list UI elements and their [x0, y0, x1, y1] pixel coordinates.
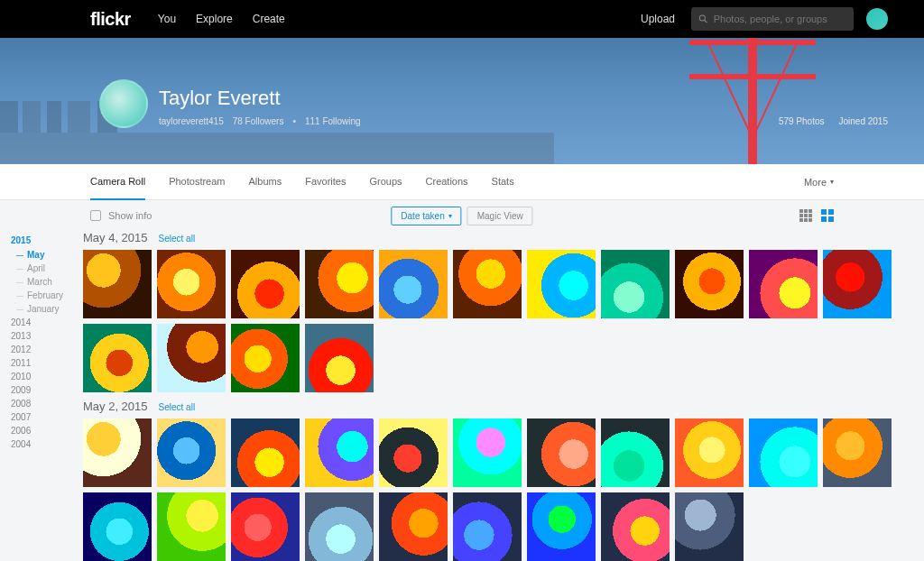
photo-thumbnail[interactable] [231, 324, 300, 392]
upload-link[interactable]: Upload [641, 13, 675, 25]
following-count[interactable]: 111 Following [305, 116, 361, 126]
photo-count: 579 Photos [779, 116, 825, 126]
tab-photostream[interactable]: Photostream [169, 164, 225, 200]
photo-thumbnail[interactable] [749, 418, 818, 487]
tab-creations[interactable]: Creations [426, 164, 468, 200]
photo-thumbnail[interactable] [675, 250, 744, 318]
search-icon [698, 14, 708, 24]
photo-thumbnail[interactable] [305, 250, 374, 318]
photo-thumbnail[interactable] [675, 492, 744, 561]
tab-stats[interactable]: Stats [492, 164, 514, 200]
toolbar: Show info Date taken Magic View [0, 200, 924, 231]
select-all-link[interactable]: Select all [159, 402, 196, 412]
photo-thumbnail[interactable] [83, 324, 152, 392]
tab-favorites[interactable]: Favorites [305, 164, 346, 200]
year-2013[interactable]: 2013 [11, 329, 83, 343]
svg-line-1 [705, 20, 707, 23]
tab-camera-roll[interactable]: Camera Roll [90, 164, 145, 200]
photo-thumbnail[interactable] [157, 324, 226, 392]
joined-year: Joined 2015 [839, 116, 889, 126]
nav-create[interactable]: Create [253, 13, 285, 25]
search-input[interactable] [714, 14, 846, 24]
search-box[interactable] [691, 7, 854, 31]
photo-thumbnail[interactable] [157, 492, 226, 561]
photo-thumbnail[interactable] [749, 250, 818, 318]
user-avatar[interactable] [866, 8, 888, 30]
year-2008[interactable]: 2008 [11, 397, 83, 410]
photo-thumbnail[interactable] [675, 418, 744, 487]
month-february[interactable]: February [11, 289, 83, 302]
photo-thumbnail[interactable] [601, 250, 670, 318]
year-2015[interactable]: 2015 [11, 233, 83, 248]
photo-thumbnail[interactable] [823, 250, 892, 318]
top-nav: You Explore Create [158, 13, 285, 25]
nav-you[interactable]: You [158, 13, 176, 25]
photo-thumbnail[interactable] [527, 492, 596, 561]
month-march[interactable]: March [11, 275, 83, 289]
photo-thumbnail[interactable] [157, 250, 226, 318]
select-all-link[interactable]: Select all [159, 234, 196, 244]
photo-thumbnail[interactable] [83, 250, 152, 318]
tab-albums[interactable]: Albums [249, 164, 282, 200]
tab-bar: Camera Roll Photostream Albums Favorites… [0, 164, 924, 200]
date-heading: May 4, 2015 [83, 231, 148, 244]
show-info-toggle[interactable]: Show info [90, 210, 152, 221]
logo[interactable]: flickr [90, 9, 131, 30]
photo-thumbnail[interactable] [527, 418, 596, 487]
photo-thumbnail[interactable] [379, 250, 448, 318]
profile-stats: 579 Photos Joined 2015 [779, 116, 888, 126]
photo-thumbnail[interactable] [305, 492, 374, 561]
photo-thumbnail[interactable] [231, 492, 300, 561]
photo-thumbnail[interactable] [527, 250, 596, 318]
year-2009[interactable]: 2009 [11, 383, 83, 397]
more-menu[interactable]: More [804, 177, 834, 188]
username: tayloreverett415 [159, 116, 224, 126]
magic-view-button[interactable]: Magic View [467, 207, 533, 225]
year-2012[interactable]: 2012 [11, 343, 83, 356]
year-2014[interactable]: 2014 [11, 316, 83, 329]
photo-thumbnail[interactable] [823, 418, 892, 487]
year-2004[interactable]: 2004 [11, 437, 83, 451]
svg-point-0 [699, 15, 705, 21]
cover-photo: Taylor Everett tayloreverett415 78 Follo… [0, 38, 924, 164]
top-bar: flickr You Explore Create Upload [0, 0, 924, 38]
photo-thumbnail[interactable] [231, 250, 300, 318]
month-may[interactable]: May [11, 248, 83, 262]
month-january[interactable]: January [11, 302, 83, 316]
nav-explore[interactable]: Explore [196, 13, 233, 25]
photo-thumbnail[interactable] [231, 418, 300, 487]
photo-thumbnail[interactable] [601, 492, 670, 561]
profile-name: Taylor Everett [159, 87, 281, 110]
photo-thumbnail[interactable] [453, 418, 522, 487]
photo-thumbnail[interactable] [601, 418, 670, 487]
profile-avatar[interactable] [99, 79, 148, 128]
show-info-checkbox[interactable] [90, 210, 101, 221]
profile-meta: tayloreverett415 78 Followers • 111 Foll… [159, 116, 361, 126]
photo-thumbnail[interactable] [305, 324, 374, 392]
large-grid-icon[interactable] [821, 209, 834, 222]
year-2007[interactable]: 2007 [11, 410, 83, 424]
year-2011[interactable]: 2011 [11, 356, 83, 370]
tab-groups[interactable]: Groups [369, 164, 402, 200]
photo-thumbnail[interactable] [379, 492, 448, 561]
month-april[interactable]: April [11, 262, 83, 275]
photo-thumbnail[interactable] [83, 492, 152, 561]
followers-count[interactable]: 78 Followers [233, 116, 284, 126]
photo-thumbnail[interactable] [379, 418, 448, 487]
photo-thumbnail[interactable] [453, 250, 522, 318]
small-grid-icon[interactable] [799, 209, 812, 222]
photo-thumbnail[interactable] [83, 418, 152, 487]
camera-roll: May 4, 2015Select allMay 2, 2015Select a… [83, 231, 924, 561]
date-heading: May 2, 2015 [83, 400, 148, 413]
year-2006[interactable]: 2006 [11, 424, 83, 437]
year-2010[interactable]: 2010 [11, 370, 83, 383]
photo-thumbnail[interactable] [305, 418, 374, 487]
year-nav: 2015 MayAprilMarchFebruaryJanuary 201420… [11, 231, 83, 561]
date-taken-dropdown[interactable]: Date taken [391, 207, 461, 225]
photo-thumbnail[interactable] [157, 418, 226, 487]
photo-thumbnail[interactable] [453, 492, 522, 561]
